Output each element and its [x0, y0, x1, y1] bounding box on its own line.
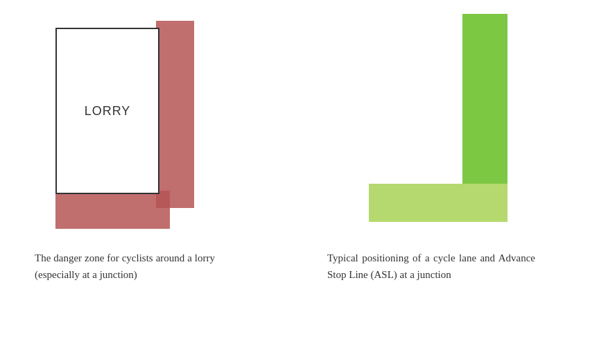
cycle-lane-vertical	[462, 14, 507, 201]
asl-bar	[369, 184, 507, 222]
cycle-lane-diagram	[327, 14, 535, 236]
caption-left: The danger zone for cyclists around a lo…	[35, 250, 215, 283]
caption-right-text: Typical positioning of a cycle lane and …	[327, 252, 535, 280]
lorry-box: LORRY	[55, 28, 159, 194]
caption-left-text: The danger zone for cyclists around a lo…	[35, 252, 215, 280]
caption-right: Typical positioning of a cycle lane and …	[327, 250, 535, 283]
main-container: LORRY The danger zone for cyclists aroun…	[0, 0, 599, 364]
lorry-label: LORRY	[85, 104, 131, 119]
lorry-diagram: LORRY	[35, 14, 215, 236]
right-panel: Typical positioning of a cycle lane and …	[300, 14, 578, 350]
danger-zone-right	[156, 21, 194, 208]
left-panel: LORRY The danger zone for cyclists aroun…	[21, 14, 300, 350]
danger-zone-bottom	[55, 191, 170, 229]
